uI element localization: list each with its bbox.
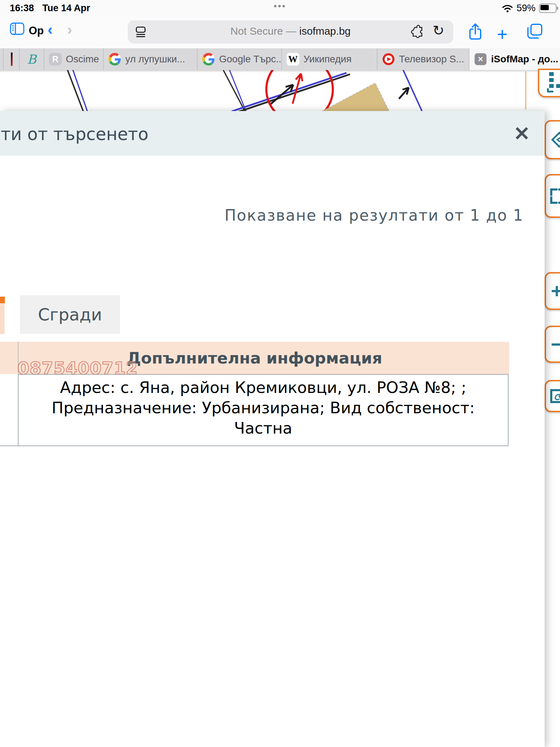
map-graphics xyxy=(0,70,560,111)
tab-lupushki[interactable]: ул лупушки... xyxy=(104,48,197,70)
tab-wikipedia[interactable]: W Уикипедия xyxy=(282,48,377,70)
google-favicon xyxy=(202,53,215,65)
status-right-cluster: 59% xyxy=(502,3,556,14)
new-tab-button[interactable]: + xyxy=(497,24,507,45)
sidebar-toggle-button[interactable] xyxy=(10,22,24,35)
status-time-date: 16:38Tue 14 Apr xyxy=(10,3,90,14)
status-time: 16:38 xyxy=(10,3,34,13)
tab-isofmap-active[interactable]: ✕ iSofMap - до... xyxy=(469,48,560,70)
safari-toolbar: Op ‹ › Not Secure — isofmap.bg ↻ xyxy=(0,16,560,48)
measure-diamond-icon xyxy=(550,130,560,150)
tab-bar-shadow xyxy=(0,70,560,72)
table-row-border xyxy=(0,445,18,446)
results-panel-title: ти от търсенето xyxy=(1,124,148,144)
tab-overview-button[interactable] xyxy=(526,23,543,39)
tab-label: ул лупушки... xyxy=(125,54,185,65)
cutoff-tab-fragment xyxy=(0,303,5,334)
letter-r-favicon: R xyxy=(49,53,62,65)
tab-oscime[interactable]: R Oscime xyxy=(44,48,104,70)
plus-icon: + xyxy=(551,281,560,301)
layers-panel-button[interactable] xyxy=(538,69,560,97)
tab-google-search[interactable]: Google Търс... xyxy=(197,48,282,70)
tab-label: Google Търс... xyxy=(219,54,282,65)
ipad-safari-screen: 16:38Tue 14 Apr ••• 59% Op xyxy=(0,0,560,747)
security-label: Not Secure — xyxy=(230,25,299,37)
map-canvas[interactable] xyxy=(0,70,560,111)
search-results-panel: ти от търсенето ✕ Показване на резултати… xyxy=(0,111,545,747)
battery-icon xyxy=(539,4,556,13)
multitasking-dots-icon[interactable]: ••• xyxy=(266,1,294,12)
tab-unknown-2[interactable]: B xyxy=(20,48,44,70)
wikipedia-favicon: W xyxy=(287,53,299,65)
zoom-reset-icon: ⟳ xyxy=(550,389,560,403)
info-table-cell[interactable]: Адрес: с. Яна, район Кремиковци, ул. РОЗ… xyxy=(18,374,509,446)
tab-label: Телевизор S... xyxy=(399,54,464,65)
tab-sliver[interactable] xyxy=(0,48,4,70)
tab-bar: B R Oscime ул лупушки... xyxy=(0,48,560,70)
tab-televizor[interactable]: Телевизор S... xyxy=(377,48,469,70)
back-button[interactable]: ‹ xyxy=(48,22,52,37)
tab-label: Oscime xyxy=(66,54,99,65)
cell-line-purpose: Предназначение: Урбанизирана; Вид собств… xyxy=(52,398,475,418)
share-icon xyxy=(468,22,482,41)
window-label[interactable]: Op xyxy=(29,25,44,37)
close-square-favicon: ✕ xyxy=(474,53,487,65)
tab-unknown-1[interactable] xyxy=(4,48,20,70)
results-summary: Показване на резултати от 1 до 1 xyxy=(224,206,524,224)
forward-button[interactable]: › xyxy=(67,22,72,37)
layers-legend-icon xyxy=(547,72,560,92)
extent-brackets-icon xyxy=(550,188,560,204)
status-date: Tue 14 Apr xyxy=(42,3,90,13)
google-favicon xyxy=(108,53,121,65)
extensions-button[interactable] xyxy=(410,25,424,39)
tab-label: iSofMap - до... xyxy=(491,54,558,65)
measure-tool-button[interactable] xyxy=(545,120,560,159)
zoom-in-button[interactable]: + xyxy=(545,272,560,310)
play-button-favicon xyxy=(382,53,395,65)
address-bar-text: Not Secure — isofmap.bg xyxy=(128,25,453,37)
url-domain: isofmap.bg xyxy=(299,25,351,37)
info-table-header-text: Допълнителна информация xyxy=(127,349,383,367)
tab-sgradi-button[interactable]: Сгради xyxy=(20,295,120,334)
zoom-out-button[interactable]: − xyxy=(545,326,560,363)
wifi-icon xyxy=(502,4,513,13)
status-bar: 16:38Tue 14 Apr ••• 59% xyxy=(0,0,560,16)
zoom-reset-button[interactable]: ⟳ xyxy=(545,380,560,412)
reload-button[interactable]: ↻ xyxy=(433,22,444,39)
cell-line-address: Адрес: с. Яна, район Кремиковци, ул. РОЗ… xyxy=(60,378,467,398)
script-b-favicon: B xyxy=(26,53,38,65)
select-extent-button[interactable] xyxy=(545,174,560,218)
close-panel-button[interactable]: ✕ xyxy=(509,117,534,150)
minus-icon: − xyxy=(551,334,560,354)
maroon-bar-favicon xyxy=(5,53,18,65)
tabs-icon xyxy=(526,23,543,39)
share-button[interactable] xyxy=(468,22,482,41)
tab-label: Уикипедия xyxy=(303,54,351,65)
cell-line-ownership: Частна xyxy=(234,418,292,438)
puzzle-icon xyxy=(410,25,424,39)
sidebar-icon xyxy=(10,22,24,35)
cutoff-tab-indicator xyxy=(0,297,5,303)
battery-percent: 59% xyxy=(517,3,536,14)
